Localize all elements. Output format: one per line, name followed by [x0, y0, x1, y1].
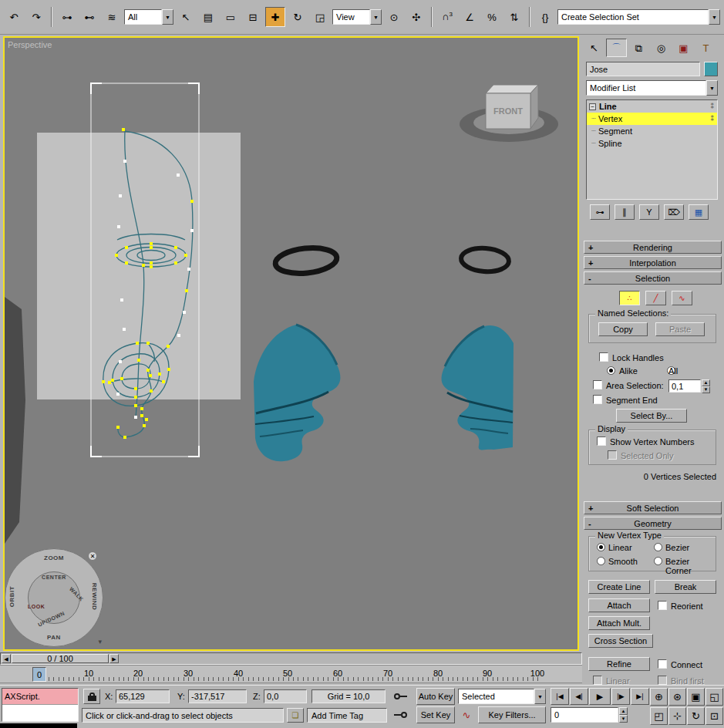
keyboard-override-toggle[interactable] [390, 689, 410, 704]
selection-lock-toggle[interactable] [83, 689, 100, 704]
zoom-all-button[interactable]: ⊛ [668, 688, 686, 706]
time-slider-handle[interactable]: 0 / 100 [12, 654, 109, 663]
pan-button[interactable]: ⊹ [668, 707, 686, 725]
stack-row-spline[interactable]: ┈ Spline [587, 137, 717, 150]
left-eyebrow-spline[interactable] [274, 245, 338, 276]
segment-end-checkbox[interactable] [593, 395, 602, 404]
communicate-button[interactable]: ❏ [287, 708, 304, 723]
selection-filter-dropdown[interactable]: All ▼ [124, 9, 173, 25]
linear-refine-checkbox[interactable] [593, 676, 602, 685]
stack-row-vertex[interactable]: ┈ Vertex ⁑ [587, 113, 717, 125]
named-selection-set-combo[interactable]: Create Selection Set ▼ [557, 9, 720, 25]
add-time-tag-field[interactable]: Add Time Tag [307, 708, 387, 723]
tab-motion[interactable]: ◎ [651, 39, 672, 57]
wheel-zoom-label[interactable]: ZOOM [44, 554, 64, 561]
wheel-look-label[interactable]: LOOK [28, 604, 45, 609]
rollout-geometry[interactable]: - Geometry [584, 517, 722, 530]
reference-coordinate-dropdown[interactable]: View ▼ [332, 9, 382, 25]
percent-snap-toggle-button[interactable]: % [482, 7, 502, 27]
time-slider-right-arrow[interactable]: ▶ [109, 654, 119, 663]
zoom-extents-all-button[interactable]: ◱ [705, 688, 723, 706]
tab-display[interactable]: ▣ [673, 39, 694, 57]
chevron-down-icon[interactable]: ▼ [370, 9, 382, 25]
bind-first-checkbox[interactable] [658, 676, 667, 685]
rollout-interpolation[interactable]: + Interpolation [584, 256, 722, 269]
bezier-corner-radio[interactable] [654, 557, 662, 565]
go-to-start-button[interactable]: |◀ [551, 688, 569, 705]
select-and-move-button[interactable]: ✚ [265, 7, 285, 27]
area-selection-spinner[interactable]: ▲▼ [702, 379, 710, 393]
right-face-mesh[interactable] [442, 325, 514, 450]
area-selection-checkbox[interactable] [593, 380, 602, 389]
object-color-swatch[interactable] [704, 62, 718, 76]
front-helper-object[interactable]: FRONT [460, 85, 558, 142]
copy-button[interactable]: Copy [598, 322, 648, 336]
create-line-button[interactable]: Create Line [588, 580, 650, 594]
set-key-mode-icon-button[interactable] [390, 707, 410, 723]
chevron-down-icon[interactable]: ▼ [709, 9, 720, 25]
window-crossing-toggle[interactable]: ⊟ [243, 7, 263, 27]
modifier-list-dropdown[interactable]: Modifier List ▼ [586, 80, 718, 96]
rollout-rendering[interactable]: + Rendering [584, 241, 722, 254]
lock-handles-checkbox[interactable] [599, 352, 608, 362]
zoom-extents-button[interactable]: ▣ [687, 688, 705, 706]
object-name-field[interactable]: Jose [586, 62, 700, 76]
y-coord-field[interactable]: -317,517 [188, 689, 247, 703]
vertex-subobject-button[interactable]: ∴ [619, 291, 640, 305]
maxscript-white-row[interactable] [2, 705, 78, 722]
select-and-rotate-button[interactable]: ↻ [288, 7, 308, 27]
attach-button[interactable]: Attach [588, 598, 650, 612]
linear-radio[interactable] [597, 543, 605, 551]
remove-modifier-button[interactable]: ⌦ [664, 204, 684, 220]
rollout-soft-selection[interactable]: + Soft Selection [584, 501, 722, 514]
play-button[interactable]: ▶ [589, 688, 611, 705]
select-and-link-button[interactable]: ⊶ [57, 7, 77, 27]
current-frame-marker[interactable]: 0 [32, 667, 46, 682]
select-and-manipulate-button[interactable]: ✣ [406, 7, 426, 27]
time-slider-left-arrow[interactable]: ◀ [2, 654, 11, 663]
stack-row-line[interactable]: − Line ⁑ [587, 100, 717, 113]
spinner-up-icon[interactable]: ▲ [619, 707, 628, 715]
spinner-down-icon[interactable]: ▼ [702, 386, 710, 393]
pin-stack-button[interactable]: ⊶ [590, 204, 610, 220]
snap-toggle-3d-button[interactable]: ∩3 [437, 7, 457, 27]
wheel-rewind-label[interactable]: REWIND [91, 583, 98, 610]
spinner-snap-toggle-button[interactable]: ⇅ [504, 7, 524, 27]
current-frame-field[interactable]: 0 [551, 707, 618, 723]
chevron-down-icon[interactable]: ▼ [534, 689, 546, 704]
cross-section-button[interactable]: Cross Section [588, 634, 653, 648]
spinner-up-icon[interactable]: ▲ [702, 379, 710, 386]
segment-subobject-button[interactable]: ╱ [645, 291, 666, 305]
smooth-radio[interactable] [597, 557, 605, 565]
rollout-selection[interactable]: - Selection [584, 271, 722, 285]
key-filters-button[interactable]: Key Filters... [478, 706, 546, 723]
undo-button[interactable]: ↶ [4, 7, 24, 27]
z-coord-field[interactable]: 0,0 [264, 689, 307, 703]
expander-icon[interactable]: − [589, 103, 596, 110]
zoom-button[interactable]: ⊕ [650, 688, 668, 706]
left-face-mesh[interactable] [254, 325, 340, 461]
new-key-settings-button[interactable]: ∿ [458, 706, 475, 723]
x-coord-field[interactable]: 65,129 [116, 689, 170, 703]
previous-frame-button[interactable]: ◀| [570, 688, 588, 705]
maxscript-mini-listener[interactable]: AXScript. [2, 688, 79, 722]
tab-modify[interactable]: ⌒ [606, 39, 627, 57]
min-max-toggle-button[interactable]: ⊡ [705, 707, 723, 725]
reorient-checkbox[interactable] [658, 601, 667, 610]
select-by-button[interactable]: Select By... [616, 409, 687, 423]
selected-only-checkbox[interactable] [608, 450, 617, 460]
viewport-label[interactable]: Perspective [8, 40, 52, 49]
select-object-button[interactable]: ↖ [176, 7, 196, 27]
steering-wheel[interactable]: ZOOM CENTER WALK REWIND ORBIT LOOK UP/DO… [5, 548, 103, 647]
select-by-name-button[interactable]: ▤ [198, 7, 218, 27]
make-unique-button[interactable]: Y [639, 204, 659, 220]
wheel-pan-label[interactable]: PAN [47, 634, 61, 641]
key-mode-dropdown[interactable]: Selected ▼ [458, 689, 546, 704]
edit-named-selection-sets-button[interactable]: {} [535, 7, 555, 27]
spline-subobject-button[interactable]: ∿ [672, 291, 692, 305]
time-slider-track[interactable]: ◀ 0 / 100 ▶ [0, 652, 582, 665]
arc-rotate-button[interactable]: ↻ [687, 707, 705, 725]
stack-row-segment[interactable]: ┈ Segment [587, 125, 717, 137]
maxscript-pink-row[interactable]: AXScript. [2, 689, 78, 705]
right-eyebrow-spline[interactable] [460, 247, 510, 273]
